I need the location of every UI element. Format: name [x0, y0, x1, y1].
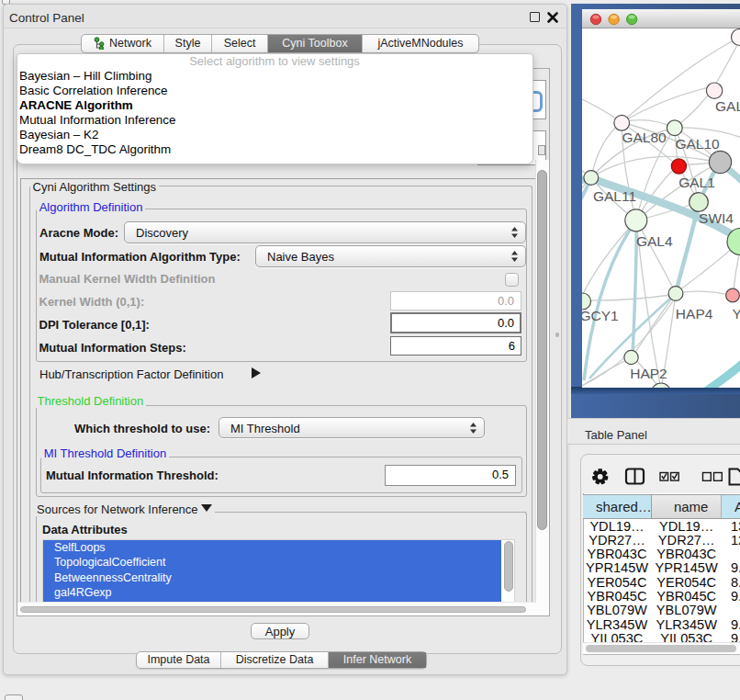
svg-text:HAP4: HAP4: [676, 306, 713, 322]
svg-text:GCY1: GCY1: [582, 308, 619, 323]
svg-text:GAL10: GAL10: [675, 136, 720, 152]
svg-text:GAL80: GAL80: [622, 130, 667, 145]
svg-text:GAL11: GAL11: [593, 188, 636, 204]
svg-text:HAP2: HAP2: [630, 366, 667, 381]
svg-text:GAL7: GAL7: [715, 98, 740, 114]
svg-text:GAL1: GAL1: [678, 175, 715, 190]
svg-text:YP: YP: [733, 306, 740, 322]
svg-text:GAL4: GAL4: [636, 233, 673, 249]
svg-text:SWI4: SWI4: [699, 210, 734, 226]
